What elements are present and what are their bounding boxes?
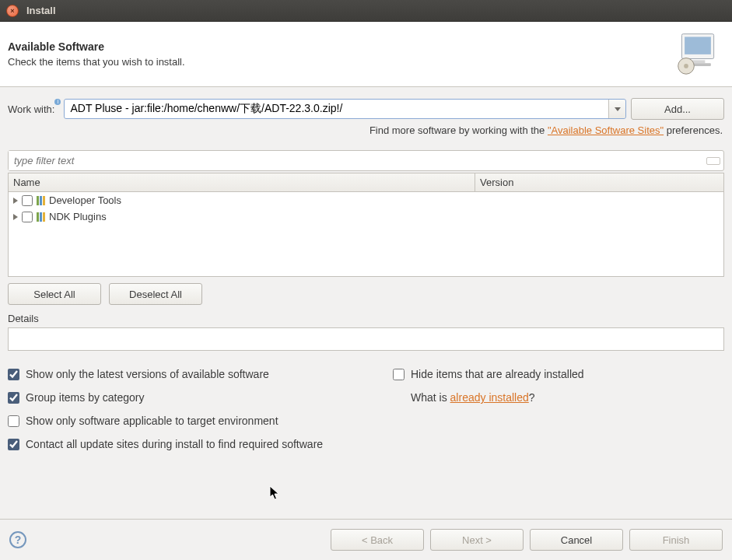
expand-icon[interactable] (13, 214, 18, 220)
deselect-all-button[interactable]: Deselect All (109, 283, 202, 305)
install-icon (674, 30, 721, 79)
group-category-checkbox[interactable] (8, 392, 19, 404)
cancel-button[interactable]: Cancel (530, 529, 623, 551)
close-icon[interactable]: × (6, 5, 19, 17)
select-all-button[interactable]: Select All (8, 283, 101, 305)
work-with-combo[interactable] (64, 99, 626, 119)
filter-input[interactable] (9, 151, 703, 170)
cursor-icon (269, 485, 280, 501)
hide-installed-checkbox[interactable] (393, 369, 405, 380)
group-category-label[interactable]: Group items by category (26, 391, 145, 404)
col-name[interactable]: Name (9, 173, 475, 191)
combo-dropdown-button[interactable] (608, 100, 625, 118)
show-latest-label[interactable]: Show only the latest versions of availab… (26, 368, 269, 380)
page-title: Available Software (8, 40, 185, 53)
row-label: Developer Tools (49, 194, 121, 206)
work-with-input[interactable] (65, 100, 608, 118)
titlebar: × Install (0, 0, 732, 22)
tree-row[interactable]: NDK Plugins (9, 208, 723, 225)
clear-filter-icon[interactable] (703, 151, 723, 170)
already-installed-link[interactable]: already installed (450, 391, 529, 404)
window-title: Install (26, 5, 56, 16)
work-with-row: Work with: i Add... (8, 98, 724, 120)
tree-header: Name Version (9, 173, 723, 192)
page-subtitle: Check the items that you wish to install… (8, 56, 185, 68)
contact-sites-label[interactable]: Contact all update sites during install … (26, 438, 323, 450)
finish-button: Finish (629, 529, 723, 551)
sites-hint: Find more software by working with the "… (8, 124, 724, 136)
add-button[interactable]: Add... (631, 98, 724, 120)
software-tree: Name Version Developer Tools NDK Plugins (8, 173, 724, 277)
details-label: Details (8, 313, 724, 324)
whatis-text: What is already installed? (393, 391, 584, 404)
feature-icon (37, 196, 45, 205)
row-label: NDK Plugins (49, 211, 107, 222)
back-button: < Back (331, 529, 424, 551)
wizard-footer: ? < Back Next > Cancel Finish (0, 519, 732, 560)
info-icon: i (54, 99, 61, 105)
available-sites-link[interactable]: "Available Software Sites" (548, 124, 664, 136)
tree-row[interactable]: Developer Tools (9, 192, 723, 208)
chevron-down-icon (615, 107, 621, 111)
work-with-label: Work with: i (8, 103, 59, 115)
options-area: Show only the latest versions of availab… (8, 368, 724, 450)
details-box (8, 327, 724, 351)
expand-icon[interactable] (13, 198, 18, 204)
feature-icon (37, 212, 45, 222)
svg-point-5 (684, 64, 688, 68)
contact-sites-checkbox[interactable] (8, 439, 19, 450)
svg-rect-1 (685, 37, 711, 54)
help-icon[interactable]: ? (9, 531, 26, 548)
filter-field[interactable] (8, 150, 724, 171)
row-checkbox[interactable] (22, 212, 33, 222)
wizard-header: Available Software Check the items that … (0, 22, 732, 87)
applicable-target-label[interactable]: Show only software applicable to target … (26, 415, 278, 427)
col-version[interactable]: Version (475, 173, 723, 191)
hide-installed-label[interactable]: Hide items that are already installed (411, 368, 584, 380)
row-checkbox[interactable] (22, 195, 33, 206)
show-latest-checkbox[interactable] (8, 369, 19, 380)
applicable-target-checkbox[interactable] (8, 415, 19, 427)
next-button: Next > (430, 529, 524, 551)
